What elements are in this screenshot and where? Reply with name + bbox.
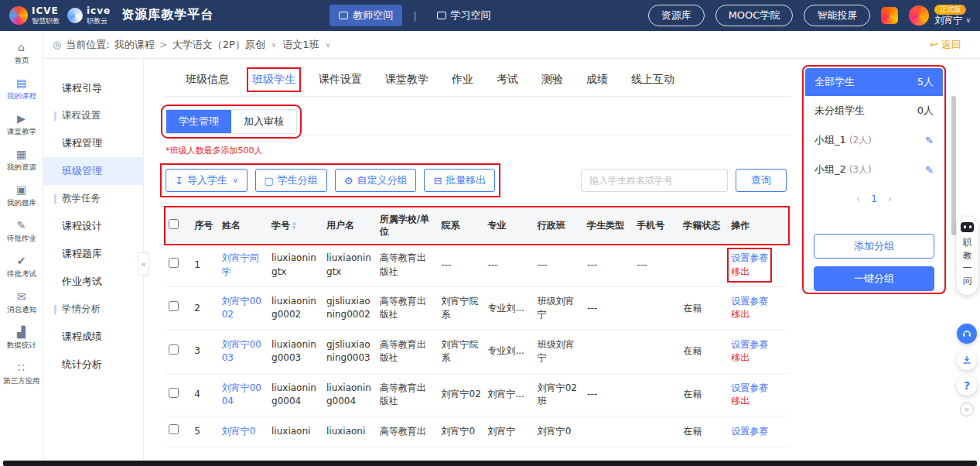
menu-item-course-design[interactable]: 课程设计 xyxy=(43,212,143,240)
import-students-button[interactable]: ↧ 导入学生 ∨ xyxy=(166,169,248,192)
sidebar-item-classroom-teaching[interactable]: ▶ 课堂教学 xyxy=(0,107,43,142)
class-dropdown-icon[interactable]: ∨ xyxy=(326,41,331,49)
sidebar-item-my-resources[interactable]: ▦ 我的资源 xyxy=(0,142,43,178)
smart-cast-button[interactable]: 智能投屏 xyxy=(804,5,870,26)
menu-item-course-guide[interactable]: 课程引导 xyxy=(43,74,143,102)
tab-class-students[interactable]: 班级学生 xyxy=(252,73,295,87)
student-name-link[interactable]: 刘宵宁0 xyxy=(222,426,256,437)
row-checkbox[interactable] xyxy=(169,424,179,434)
menu-item-homework-exam[interactable]: 作业考试 xyxy=(43,268,143,296)
subtab-join-review[interactable]: 加入审核 xyxy=(231,110,296,133)
close-icon: × xyxy=(964,406,970,413)
set-contest-link[interactable]: 设置参赛 xyxy=(731,252,768,265)
user-block[interactable]: 正式版 刘宵宁 ∨ xyxy=(909,5,971,26)
sidebar-item-my-question-bank[interactable]: ▣ 我的题库 xyxy=(0,178,43,214)
cell-status: 在籍 xyxy=(680,373,728,416)
add-group-button[interactable]: 添加分组 xyxy=(814,234,934,259)
content-scrollbar[interactable] xyxy=(951,96,956,235)
student-name-link[interactable]: 刘宵宁0004 xyxy=(222,382,261,406)
download-center-icon xyxy=(961,355,972,365)
back-button[interactable]: ↩ 返回 xyxy=(930,38,961,52)
course-dropdown-icon[interactable]: ∨ xyxy=(271,41,277,49)
sidebar-item-my-courses[interactable]: ▤ 我的课程 xyxy=(0,71,43,107)
menu-item-course-management[interactable]: 课程管理 xyxy=(43,129,143,157)
row-checkbox[interactable] xyxy=(169,258,179,268)
menu-item-course-question-bank[interactable]: 课程题库 xyxy=(43,240,143,268)
tab-courseware-settings[interactable]: 课件设置 xyxy=(319,73,362,87)
nav-divider: | xyxy=(413,10,416,22)
menu-item-course-grades[interactable]: 课程成绩 xyxy=(43,323,143,351)
ungrouped-students-row[interactable]: 未分组学生 0人 xyxy=(805,96,943,125)
tab-classroom-teaching[interactable]: 课堂教学 xyxy=(385,73,429,87)
custom-grouping-button[interactable]: ⚙ 自定义分组 xyxy=(335,169,417,192)
remove-link[interactable]: 移出 xyxy=(731,351,785,365)
col-index: 序号 xyxy=(191,207,218,244)
row-checkbox[interactable] xyxy=(169,301,179,311)
edit-group-icon[interactable]: ✎ xyxy=(925,164,934,176)
assistant-widget[interactable]: 职教一问 xyxy=(957,217,978,295)
cell-index: 3 xyxy=(191,330,218,373)
remove-link[interactable]: 移出 xyxy=(731,308,785,321)
download-float-button[interactable] xyxy=(957,350,977,370)
section-bar xyxy=(54,111,56,121)
student-name-link[interactable]: 刘宵宁同学 xyxy=(222,252,259,276)
edit-group-icon[interactable]: ✎ xyxy=(925,135,934,146)
sidebar-item-third-party-apps[interactable]: ∷ 第三方应用 xyxy=(0,356,43,392)
menu-item-statistical-analysis[interactable]: 统计分析 xyxy=(43,351,143,379)
group-row-1[interactable]: 小组_1 (2人) ✎ xyxy=(805,125,943,155)
mooc-college-button[interactable]: MOOC学院 xyxy=(715,5,794,26)
app-window: ICVE 智慧职教 icve 职教云 资源库教学平台 教师空间 | 学 xyxy=(0,0,980,466)
set-contest-link[interactable]: 设置参赛 xyxy=(731,295,785,308)
row-checkbox[interactable] xyxy=(169,344,179,355)
menu-collapse-handle[interactable]: « xyxy=(138,252,149,276)
tab-online-interaction[interactable]: 线上互动 xyxy=(631,73,674,87)
prev-page-button[interactable]: ‹ xyxy=(856,194,860,204)
support-float-button[interactable] xyxy=(957,324,977,344)
sidebar-item-home[interactable]: ⌂ 首页 xyxy=(0,36,43,71)
set-contest-link[interactable]: 设置参赛 xyxy=(731,338,785,351)
breadcrumb-course-name[interactable]: 大学语文（2P）原创 xyxy=(172,38,265,52)
remove-link[interactable]: 移出 xyxy=(731,395,785,408)
sidebar-item-pending-homework[interactable]: ✎ 待批作业 xyxy=(0,214,43,249)
tab-exam[interactable]: 考试 xyxy=(497,73,518,87)
current-page[interactable]: 1 xyxy=(871,194,877,204)
sidebar-item-statistics[interactable]: ▟ 数据统计 xyxy=(0,320,43,356)
breadcrumb-my-courses[interactable]: 我的课程 xyxy=(114,38,155,52)
auto-group-button[interactable]: 一键分组 xyxy=(814,266,934,291)
all-students-row[interactable]: 全部学生 5人 xyxy=(805,68,943,96)
teacher-space-button[interactable]: 教师空间 xyxy=(330,5,402,26)
sidebar-item-pending-exams[interactable]: ✔ 待批考试 xyxy=(0,249,43,285)
query-button[interactable]: 查询 xyxy=(736,169,787,192)
set-contest-link[interactable]: 设置参赛 xyxy=(731,382,785,395)
menu-item-class-management[interactable]: 班级管理 xyxy=(43,157,143,185)
cell-username: liuxiaoning0004 xyxy=(323,373,377,416)
app-mini-logo-icon[interactable] xyxy=(881,7,898,24)
set-contest-link[interactable]: 设置参赛 xyxy=(731,425,785,438)
group-row-2[interactable]: 小组_2 (3人) ✎ xyxy=(805,155,943,184)
row-checkbox[interactable] xyxy=(169,388,179,398)
cell-phone xyxy=(633,416,680,447)
tab-quiz[interactable]: 测验 xyxy=(541,73,563,87)
resource-library-button[interactable]: 资源库 xyxy=(648,5,705,26)
student-name-link[interactable]: 刘宵宁0003 xyxy=(222,339,261,363)
student-search-input[interactable] xyxy=(581,169,728,192)
class-tabs: 班级信息 班级学生 课件设置 课堂教学 作业 考试 测验 成绩 线上互动 xyxy=(166,67,791,97)
next-page-button[interactable]: › xyxy=(888,194,892,204)
student-grouping-button[interactable]: ▢ 学生分组 xyxy=(255,169,327,192)
subtab-student-management[interactable]: 学生管理 xyxy=(166,110,231,133)
help-float-button[interactable]: ? xyxy=(957,375,977,396)
avatar[interactable] xyxy=(909,5,929,26)
breadcrumb-class-name[interactable]: 语文1班 xyxy=(282,38,319,52)
tab-grades[interactable]: 成绩 xyxy=(586,73,608,87)
sidebar-item-notifications[interactable]: ✉ 消息通知 xyxy=(0,285,43,320)
student-name-link[interactable]: 刘宵宁0002 xyxy=(222,296,261,320)
learning-space-button[interactable]: 学习空间 xyxy=(428,5,500,26)
batch-remove-button[interactable]: ⊟ 批量移出 xyxy=(424,169,495,192)
tab-class-info[interactable]: 班级信息 xyxy=(186,73,229,87)
close-float-button[interactable]: × xyxy=(960,403,974,416)
remove-link[interactable]: 移出 xyxy=(731,266,768,279)
tab-homework[interactable]: 作业 xyxy=(452,73,473,87)
col-student-id[interactable]: 学号▲▼ xyxy=(268,207,323,244)
select-all-checkbox[interactable] xyxy=(169,219,179,229)
sort-icons[interactable]: ▲▼ xyxy=(292,221,296,231)
